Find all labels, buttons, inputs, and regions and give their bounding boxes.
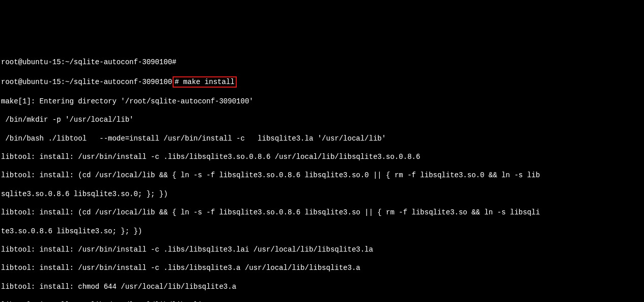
- terminal-line: libtool: install: (cd /usr/local/lib && …: [1, 208, 644, 217]
- command-highlight: # make install: [173, 76, 237, 88]
- terminal-line: sqlite3.so.0.8.6 libsqlite3.so.0; }; }): [1, 189, 644, 199]
- terminal-line: libtool: install: /usr/bin/install -c .l…: [1, 152, 644, 161]
- prompt-text: root@ubuntu-15:~/sqlite-autoconf-3090100: [1, 78, 172, 86]
- terminal-line: libtool: install: chmod 644 /usr/local/l…: [1, 282, 644, 291]
- terminal-line: /bin/mkdir -p '/usr/local/lib': [1, 115, 644, 124]
- terminal-line: /bin/bash ./libtool --mode=install /usr/…: [1, 134, 644, 143]
- terminal-line: te3.so.0.8.6 libsqlite3.so; }; }): [1, 227, 644, 236]
- terminal-line: libtool: install: /usr/bin/install -c .l…: [1, 245, 644, 254]
- terminal-line: libtool: install: (cd /usr/local/lib && …: [1, 171, 644, 180]
- terminal-output[interactable]: root@ubuntu-15:~/sqlite-autoconf-3090100…: [0, 46, 644, 302]
- terminal-line: root@ubuntu-15:~/sqlite-autoconf-3090100…: [1, 58, 644, 67]
- terminal-line: make[1]: Entering directory '/root/sqlit…: [1, 97, 644, 106]
- terminal-line: root@ubuntu-15:~/sqlite-autoconf-3090100…: [1, 76, 644, 88]
- terminal-line: libtool: install: /usr/bin/install -c .l…: [1, 263, 644, 272]
